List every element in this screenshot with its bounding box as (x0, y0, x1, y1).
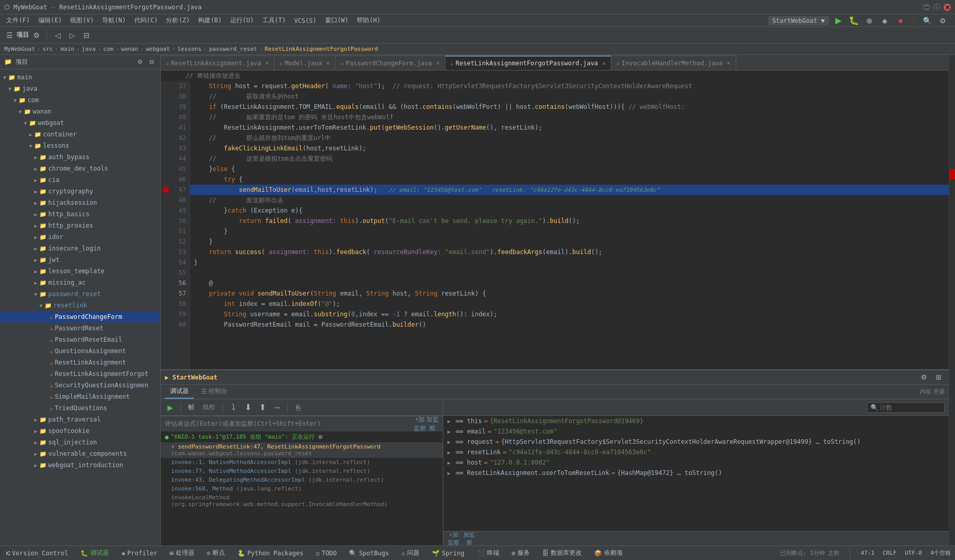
step-into[interactable]: ⬇ (242, 401, 254, 414)
tree-item-http-basics[interactable]: ▶📁http_basics (0, 208, 160, 220)
debug-layout[interactable]: ⊞ (932, 371, 945, 384)
tree-item-lesson-template[interactable]: ▶📁lesson_template (0, 265, 160, 277)
tree-item-password-reset[interactable]: ▼📁password_reset (0, 288, 160, 300)
vars-content[interactable]: ▶ ∞∞ this = {ResetLinkAssignmentForgotPa… (443, 416, 949, 531)
tree-item-idor[interactable]: ▶📁idor (0, 231, 160, 243)
tab-resetlinkassignment[interactable]: ☕ ResetLinkAssignment.java ✕ (161, 55, 274, 70)
resume-button[interactable]: ▶ (164, 401, 176, 414)
menu-vcs[interactable]: VCS(S) (290, 15, 320, 26)
footer-version-control[interactable]: ⑆ Version Control (4, 549, 70, 558)
tree-item-passwordreset[interactable]: ☕PasswordReset (0, 323, 160, 334)
tree-item-chrome[interactable]: ▶📁chrome_dev_tools (0, 163, 160, 174)
tab-invocablehandler[interactable]: ☕ InvocableHandlerMethod.java ✕ (611, 55, 736, 70)
tree-item-resetlinkassignment[interactable]: ☕ResetLinkAssignment (0, 357, 160, 368)
tree-item-passwordresetemail[interactable]: ☕PasswordResetEmail (0, 334, 160, 345)
toolbar-gear[interactable]: ⚙ (30, 29, 43, 41)
add-watch-button[interactable]: +加监察 (447, 533, 460, 545)
bc-mywebgoat[interactable]: MyWebGoat (4, 46, 35, 52)
tree-item-cia[interactable]: ▶📁cia (0, 174, 160, 186)
tree-item-simplemailassignment[interactable]: ☕SimpleMailAssignment (0, 391, 160, 402)
vars-search[interactable] (867, 402, 945, 413)
frames-tab[interactable]: 线程 (200, 403, 218, 412)
tree-item-missing-ac[interactable]: ▶📁missing_ac (0, 277, 160, 288)
menu-tools[interactable]: 工具(T) (258, 15, 290, 26)
footer-debugger[interactable]: 🐛 调试器 (78, 548, 111, 558)
bc-password-reset[interactable]: password_reset (209, 46, 257, 52)
menu-build[interactable]: 构建(B) (194, 15, 226, 26)
run-button[interactable]: ▶ (832, 15, 845, 27)
profile-button[interactable]: ◈ (879, 15, 891, 27)
tree-item-com[interactable]: ▼📁com (0, 94, 160, 106)
var-this[interactable]: ▶ ∞∞ this = {ResetLinkAssignmentForgotPa… (443, 416, 949, 426)
tree-item-cryptography[interactable]: ▶📁cryptography (0, 186, 160, 197)
stack-frame-0[interactable]: ⚡ sendPasswordResetLink:47, ResetLinkAss… (161, 442, 443, 458)
copy-frames[interactable]: ⎘ (292, 401, 304, 414)
tree-item-jwt[interactable]: ▶📁jwt (0, 254, 160, 265)
bc-main[interactable]: main (61, 46, 75, 52)
tree-item-questionsassignment[interactable]: ☕QuestionsAssignment (0, 345, 160, 357)
footer-profiler[interactable]: ◈ Profiler (119, 549, 159, 558)
tree-item-resetlinkassignmentforgot[interactable]: ☕ResetLinkAssignmentForgot (0, 368, 160, 380)
window-controls[interactable]: ─ □ ✕ (923, 4, 951, 11)
menu-edit[interactable]: 编辑(E) (34, 15, 66, 26)
footer-db-changes[interactable]: 🗄 数据库更改 (540, 548, 584, 558)
tree-item-webgoat-introduction[interactable]: ▶📁webgoat_introduction (0, 459, 160, 471)
menu-code[interactable]: 代码(C) (130, 15, 162, 26)
step-out[interactable]: ⬆ (256, 401, 269, 414)
tree-item-lessons[interactable]: ▼📁lessons (0, 140, 160, 151)
bc-java[interactable]: java (82, 46, 96, 52)
tree-item-main[interactable]: ▼📁main (0, 72, 160, 83)
thread-content[interactable]: ● "XNIO-1 task-1"@17,185 在组 "main": 正在运行… (161, 431, 443, 545)
footer-breakpoints[interactable]: ⊙ 断点 (205, 548, 227, 558)
tree-item-sql-injection[interactable]: ▶📁sql_injection (0, 437, 160, 448)
thread-tab[interactable]: 帧 (185, 403, 198, 412)
project-toggle[interactable]: ☰ (3, 29, 16, 41)
tab-resetlinkassignmentforgot[interactable]: ☕ ResetLinkAssignmentForgotPassword.java… (445, 55, 611, 70)
tree-item-hijacksession[interactable]: ▶📁hijacksession (0, 197, 160, 208)
footer-services[interactable]: ⚙ 服务 (510, 548, 532, 558)
footer-spotbugs[interactable]: 🔍 SpotBugs (347, 549, 391, 558)
filter-button[interactable]: ⊞ (317, 433, 324, 441)
stack-frame-3[interactable]: invoke:43, DelegatingMethodAccessorImpl … (161, 475, 443, 484)
add-watch2-button[interactable]: 加监察 (463, 533, 475, 545)
sidebar-collapse[interactable]: ⊟ (147, 58, 156, 67)
minimize-button[interactable]: ─ (923, 4, 930, 11)
tree-item-java[interactable]: ▼📁java (0, 83, 160, 94)
tab-passwordchangeform[interactable]: ☕ PasswordChangeForm.java ✕ (335, 55, 445, 70)
tree-item-spoofcookie[interactable]: ▶📁spoofcookie (0, 425, 160, 437)
close-button[interactable]: ✕ (944, 4, 951, 11)
debug-settings[interactable]: ⚙ (918, 371, 930, 384)
var-request[interactable]: ▶ ∞∞ request = {HttpServlet3RequestFacto… (443, 437, 949, 447)
tree-item-insecure-login[interactable]: ▶📁insecure_login (0, 243, 160, 254)
footer-deps[interactable]: 📦 依赖项 (592, 548, 625, 558)
coverage-button[interactable]: ⊕ (863, 15, 876, 27)
tree-item-securityquestion[interactable]: ☕SecurityQuestionAssignmen (0, 380, 160, 391)
menu-analyze[interactable]: 分析(Z) (162, 15, 194, 26)
stack-frame-2[interactable]: invoke:77, NativeMethodAccessorImpl (jdk… (161, 467, 443, 475)
tree-item-wanan[interactable]: ▼📁wanan (0, 106, 160, 117)
eval-run[interactable]: 加监察 (426, 418, 439, 430)
var-resetlink[interactable]: ▶ ∞∞ resetLink = "c94a12fe-d43c-4844-8cc… (443, 447, 949, 457)
bc-wanan[interactable]: wanan (121, 46, 138, 52)
stack-frame-4[interactable]: invoke:568, Method (java.lang.reflect) (161, 484, 443, 493)
tree-item-triedquestions[interactable]: ☕TriedQuestions (0, 402, 160, 414)
footer-terminal[interactable]: ⬛ 终端 (475, 548, 501, 558)
tab-model[interactable]: ☕ Model.java ✕ (274, 55, 335, 70)
tree-item-webgoat[interactable]: ▼📁webgoat (0, 117, 160, 129)
footer-processor[interactable]: ⊞ 处理器 (167, 548, 196, 558)
code-editor[interactable]: // 将链接存放进去 37 38 39 40 41 42 43 44 45 46 (161, 71, 949, 369)
footer-todo[interactable]: ☑ TODO (314, 549, 339, 558)
run-to-cursor[interactable]: ⤏ (271, 401, 283, 414)
bc-lessons[interactable]: lessons (177, 46, 201, 52)
footer-python[interactable]: 🐍 Python Packages (235, 549, 305, 558)
code-content[interactable]: 37 38 39 40 41 42 43 44 45 46 47 48 (161, 81, 949, 369)
tree-item-passwordchangeform[interactable]: ☕PasswordChangeForm (0, 311, 160, 323)
tree-item-vulnerable-components[interactable]: ▶📁vulnerable_components (0, 448, 160, 459)
maximize-button[interactable]: □ (933, 4, 940, 11)
menu-navigate[interactable]: 导航(N) (98, 15, 130, 26)
footer-spring[interactable]: 🌱 Spring (430, 549, 466, 558)
bc-webgoat[interactable]: webgoat (146, 46, 170, 52)
tree-item-container[interactable]: ▶📁container (0, 129, 160, 140)
menu-run[interactable]: 运行(U) (226, 15, 258, 26)
tree-item-resetlink[interactable]: ▼📁resetlink (0, 300, 160, 311)
